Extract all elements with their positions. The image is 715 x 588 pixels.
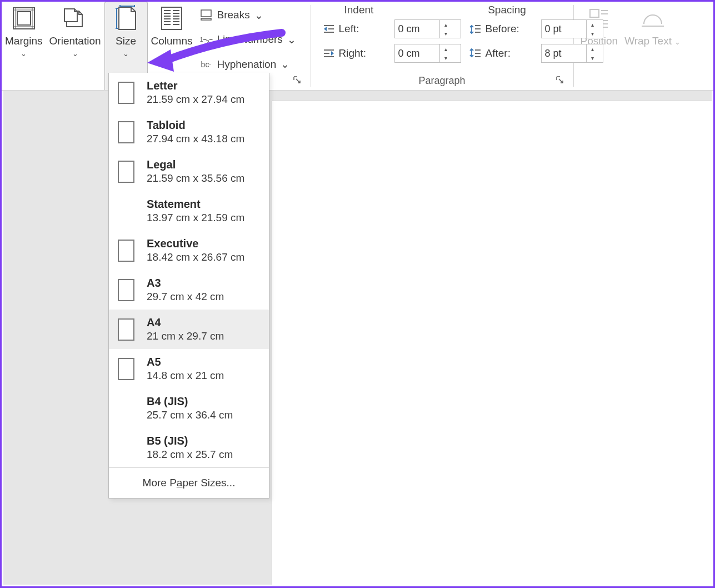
svg-rect-51 — [118, 319, 134, 340]
size-dims: 14.8 cm x 21 cm — [147, 370, 224, 382]
indent-header: Indent — [322, 4, 450, 16]
page-thumb-icon — [117, 120, 136, 144]
page-thumb-icon — [117, 278, 136, 302]
size-dims: 13.97 cm x 21.59 cm — [147, 212, 244, 224]
chevron-down-icon: ⌄ — [287, 33, 296, 46]
size-icon — [113, 5, 139, 32]
page-setup-launcher[interactable] — [293, 76, 302, 84]
size-option-legal[interactable]: Legal21.59 cm x 35.56 cm — [109, 152, 269, 191]
size-option-statement[interactable]: Statement13.97 cm x 21.59 cm — [109, 191, 269, 231]
paragraph-group-label: Paragraph — [314, 75, 570, 87]
size-name: Tabloid — [147, 119, 244, 132]
size-dims: 27.94 cm x 43.18 cm — [147, 133, 244, 145]
wrap-text-icon — [639, 5, 666, 32]
size-dims: 18.2 cm x 25.7 cm — [147, 449, 233, 461]
spacing-after-icon — [469, 47, 482, 60]
indent-right-field[interactable]: ▴▾ — [394, 44, 461, 63]
spinner[interactable]: ▴▾ — [439, 44, 452, 62]
spacing-after-field[interactable]: ▴▾ — [541, 44, 603, 63]
size-option-b4-jis-[interactable]: B4 (JIS)25.7 cm x 36.4 cm — [109, 388, 269, 428]
size-dims: 29.7 cm x 42 cm — [147, 291, 224, 303]
chevron-down-icon: ⌄ — [21, 49, 27, 58]
svg-rect-47 — [118, 122, 134, 143]
spinner[interactable]: ▴▾ — [586, 20, 598, 38]
size-dims: 18.42 cm x 26.67 cm — [147, 251, 244, 263]
breaks-label: Breaks — [217, 9, 250, 21]
size-option-letter[interactable]: Letter21.59 cm x 27.94 cm — [109, 73, 269, 112]
size-name: A3 — [147, 277, 224, 290]
columns-icon — [158, 5, 185, 32]
document-page[interactable] — [272, 101, 712, 585]
spacing-header: Spacing — [450, 4, 564, 16]
orientation-icon — [62, 5, 88, 32]
svg-rect-50 — [118, 280, 134, 301]
chevron-down-icon: ⌄ — [123, 49, 129, 58]
chevron-down-icon: ⌄ — [254, 9, 263, 22]
spacing-before-field[interactable]: ▴▾ — [541, 19, 603, 38]
size-option-a4[interactable]: A421 cm x 29.7 cm — [109, 310, 269, 349]
svg-rect-49 — [118, 240, 134, 261]
svg-rect-1 — [17, 12, 31, 25]
columns-label: Columns — [151, 35, 193, 47]
hyphenation-label: Hyphenation — [217, 58, 277, 71]
page-thumb-icon — [117, 317, 136, 342]
svg-rect-0 — [13, 8, 34, 29]
line-numbers-label: Line Numbers — [217, 33, 283, 46]
wrap-text-label: Wrap Text ⌄ — [624, 35, 681, 47]
spacing-before-icon — [469, 22, 482, 36]
line-numbers-button[interactable]: 1━2━ Line Numbers ⌄ — [199, 29, 304, 49]
margins-icon — [11, 5, 37, 32]
size-name: A4 — [147, 316, 224, 329]
page-thumb-icon — [117, 238, 136, 263]
size-option-b5-jis-[interactable]: B5 (JIS)18.2 cm x 25.7 cm — [109, 428, 269, 467]
size-option-executive[interactable]: Executive18.42 cm x 26.67 cm — [109, 231, 269, 270]
more-paper-sizes[interactable]: More Paper Sizes... — [109, 467, 269, 498]
page-thumb-icon — [117, 160, 136, 184]
spacing-after-input[interactable] — [542, 48, 586, 59]
size-dims: 21.59 cm x 35.56 cm — [147, 172, 244, 185]
size-option-a3[interactable]: A329.7 cm x 42 cm — [109, 270, 269, 310]
spacing-before-label: Before: — [486, 23, 538, 35]
breaks-icon — [199, 8, 213, 22]
size-label: Size — [116, 35, 136, 47]
indent-left-label: Left: — [339, 23, 391, 35]
size-name: B4 (JIS) — [147, 395, 233, 408]
paragraph-launcher[interactable] — [556, 76, 564, 84]
separator — [311, 5, 311, 87]
paragraph-group: Indent Spacing Left: ▴▾ Right: — [314, 2, 570, 90]
spinner[interactable]: ▴▾ — [439, 20, 452, 38]
indent-right-input[interactable] — [395, 48, 439, 59]
size-dims: 25.7 cm x 36.4 cm — [147, 409, 233, 421]
size-name: Legal — [147, 158, 244, 171]
size-name: B5 (JIS) — [147, 435, 233, 447]
svg-rect-52 — [118, 358, 134, 380]
indent-left-field[interactable]: ▴▾ — [394, 19, 461, 38]
svg-rect-46 — [118, 82, 134, 103]
spinner[interactable]: ▴▾ — [586, 44, 598, 62]
line-numbers-icon: 1━2━ — [199, 33, 213, 46]
spacing-after-label: After: — [486, 47, 538, 59]
size-dropdown: Letter21.59 cm x 27.94 cmTabloid27.94 cm… — [108, 73, 269, 499]
chevron-down-icon: ⌄ — [281, 58, 289, 71]
size-name: Executive — [147, 237, 244, 250]
chevron-down-icon: ⌄ — [72, 49, 78, 58]
page-thumb-icon — [117, 81, 136, 105]
size-name: Statement — [147, 198, 244, 211]
size-option-tabloid[interactable]: Tabloid27.94 cm x 43.18 cm — [109, 112, 269, 152]
svg-rect-39 — [590, 9, 599, 17]
svg-rect-25 — [201, 10, 211, 17]
margins-button[interactable]: Margins ⌄ — [2, 2, 46, 90]
page-thumb-icon — [117, 357, 136, 381]
size-name: Letter — [147, 79, 244, 92]
size-name: A5 — [147, 356, 224, 368]
spacing-before-input[interactable] — [542, 23, 586, 35]
breaks-button[interactable]: Breaks ⌄ — [199, 5, 304, 25]
svg-rect-26 — [201, 18, 211, 20]
orientation-button[interactable]: Orientation ⌄ — [46, 2, 104, 90]
margins-label: Margins — [5, 35, 43, 47]
indent-left-input[interactable] — [395, 23, 439, 35]
indent-right-label: Right: — [339, 47, 391, 59]
size-option-a5[interactable]: A514.8 cm x 21 cm — [109, 349, 269, 388]
hyphenation-button[interactable]: bc- Hyphenation ⌄ — [199, 54, 304, 74]
size-dims: 21.59 cm x 27.94 cm — [147, 93, 244, 106]
